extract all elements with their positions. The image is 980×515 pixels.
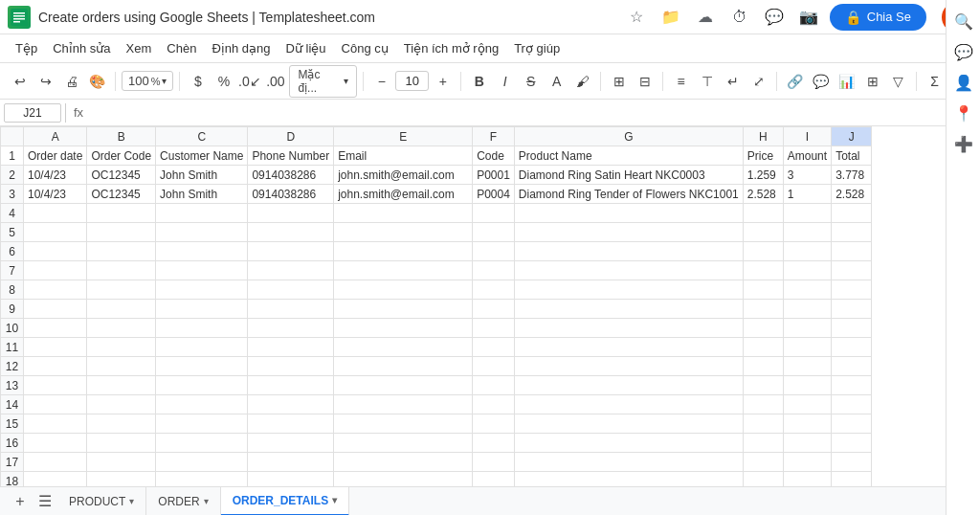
cell-10-9[interactable] [783,319,831,338]
cell-6-3[interactable] [156,242,248,261]
cell-6-7[interactable] [514,242,743,261]
cell-17-4[interactable] [248,453,334,472]
cell-11-4[interactable] [248,338,334,357]
col-header-g[interactable]: G [514,127,743,146]
cell-8-10[interactable] [832,280,872,300]
cell-13-1[interactable] [24,376,87,395]
cell-17-6[interactable] [473,453,515,472]
functions-button[interactable]: Σ [923,69,947,94]
row-header-9[interactable]: 9 [1,300,24,319]
share-button[interactable]: 🔒 Chia Se [830,4,926,31]
decrease-decimal-button[interactable]: .0↙ [237,69,261,94]
cell-13-7[interactable] [514,376,743,395]
cell-1-1[interactable]: Order date [24,146,87,166]
cell-18-7[interactable] [514,472,743,487]
cell-10-5[interactable] [334,319,473,338]
menu-item-chỉnh-sửa[interactable]: Chỉnh sửa [45,37,118,59]
row-header-2[interactable]: 2 [1,166,24,185]
highlight-button[interactable]: 🖌 [570,69,594,94]
cell-9-10[interactable] [832,300,872,319]
col-header-i[interactable]: I [783,127,831,146]
row-header-4[interactable]: 4 [1,204,24,223]
cell-12-10[interactable] [832,357,872,376]
menu-item-định-dạng[interactable]: Định dạng [204,37,278,59]
cell-9-3[interactable] [156,300,248,319]
cell-12-5[interactable] [334,357,473,376]
undo-button[interactable]: ↩ [8,69,32,94]
sidebar-user-button[interactable]: 👤 [950,69,977,96]
font-color-button[interactable]: A [545,69,568,94]
cell-7-1[interactable] [24,261,87,280]
cell-2-7[interactable]: Diamond Ring Satin Heart NKC0003 [514,166,743,185]
cell-15-8[interactable] [743,414,783,434]
redo-button[interactable]: ↪ [33,69,57,94]
col-header-f[interactable]: F [473,127,515,146]
cell-1-5[interactable]: Email [334,146,473,166]
cell-12-7[interactable] [514,357,743,376]
cell-3-7[interactable]: Diamond Ring Tender of Flowers NKC1001 [514,185,743,204]
cell-10-4[interactable] [248,319,334,338]
cell-9-1[interactable] [24,300,87,319]
menu-item-tiện-ích-mở-rộng[interactable]: Tiện ích mở rộng [396,37,506,59]
cell-9-2[interactable] [87,300,156,319]
cell-18-4[interactable] [248,472,334,487]
cell-17-2[interactable] [87,453,156,472]
cell-16-9[interactable] [783,434,831,453]
cell-14-9[interactable] [783,395,831,414]
cell-14-4[interactable] [248,395,334,414]
cell-10-10[interactable] [832,319,872,338]
cell-16-7[interactable] [514,434,743,453]
increase-font-button[interactable]: + [431,69,455,94]
cell-4-1[interactable] [24,204,87,223]
comment-button[interactable]: 💬 [761,4,788,31]
sheet-tab-order[interactable]: ORDER ▾ [146,487,220,516]
cell-4-6[interactable] [473,204,515,223]
cell-11-8[interactable] [743,338,783,357]
cell-12-3[interactable] [156,357,248,376]
menu-item-công-cụ[interactable]: Công cụ [334,37,396,59]
cell-7-4[interactable] [248,261,334,280]
folder-button[interactable]: 📁 [657,4,684,31]
sidebar-add-button[interactable]: ➕ [950,130,977,157]
sheet-tab-product[interactable]: PRODUCT ▾ [57,487,146,516]
cell-5-3[interactable] [156,223,248,242]
cell-7-7[interactable] [514,261,743,280]
cell-5-4[interactable] [248,223,334,242]
cell-8-8[interactable] [743,280,783,300]
cell-11-10[interactable] [832,338,872,357]
cell-1-7[interactable]: Product Name [514,146,743,166]
cell-7-9[interactable] [783,261,831,280]
cell-8-9[interactable] [783,280,831,300]
cell-11-6[interactable] [473,338,515,357]
cell-10-2[interactable] [87,319,156,338]
cell-12-2[interactable] [87,357,156,376]
cell-11-9[interactable] [783,338,831,357]
cell-12-6[interactable] [473,357,515,376]
col-header-j[interactable]: J [832,127,872,146]
formula-input[interactable] [91,103,976,122]
spreadsheet[interactable]: A B C D E F G H I J 1Order dateOrder Cod… [0,126,980,486]
cell-3-9[interactable]: 1 [783,185,831,204]
cell-17-5[interactable] [334,453,473,472]
cell-14-6[interactable] [473,395,515,414]
cell-2-6[interactable]: P0001 [473,166,515,185]
history-button[interactable]: ⏱ [726,4,753,31]
cell-17-1[interactable] [24,453,87,472]
menu-item-dữ-liệu[interactable]: Dữ liệu [278,37,334,59]
cell-3-1[interactable]: 10/4/23 [24,185,87,204]
sidebar-explore-button[interactable]: 🔍 [950,8,977,34]
row-header-1[interactable]: 1 [1,146,24,166]
chart-button[interactable]: 📊 [835,69,858,94]
cell-13-6[interactable] [473,376,515,395]
row-header-12[interactable]: 12 [1,357,24,376]
cell-1-4[interactable]: Phone Number [248,146,334,166]
cell-18-9[interactable] [783,472,831,487]
cell-5-1[interactable] [24,223,87,242]
cell-18-1[interactable] [24,472,87,487]
cell-17-8[interactable] [743,453,783,472]
cell-5-10[interactable] [832,223,872,242]
cell-18-3[interactable] [156,472,248,487]
cell-6-5[interactable] [334,242,473,261]
cell-17-10[interactable] [832,453,872,472]
cell-9-7[interactable] [514,300,743,319]
